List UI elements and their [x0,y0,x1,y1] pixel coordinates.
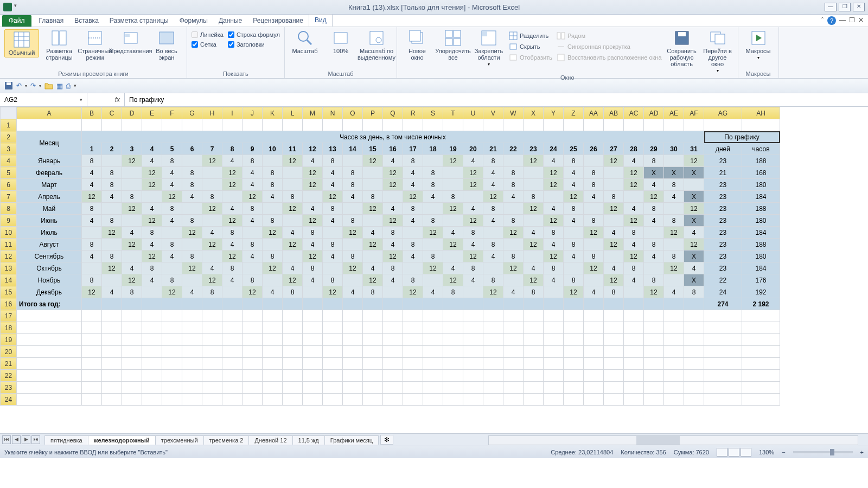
cell[interactable]: 8 [423,167,443,179]
cell[interactable]: 12 [242,191,263,203]
cell[interactable] [383,334,403,346]
cell[interactable] [142,191,162,203]
cell[interactable]: 8 [463,262,483,274]
cell[interactable]: 12 [283,274,303,286]
tab-page-layout[interactable]: Разметка страницы [104,15,174,27]
col-header[interactable]: M [303,107,323,119]
sheet-tab[interactable]: Дневной 12 [248,435,292,445]
cell[interactable] [604,358,624,370]
cell[interactable] [222,322,242,334]
cell[interactable] [664,382,684,394]
header-day[interactable]: 23 [524,143,544,155]
cell[interactable] [162,394,182,406]
cell[interactable] [82,370,102,382]
cell[interactable] [443,215,463,227]
cell[interactable]: 8 [142,227,162,239]
sheet-tab[interactable]: Графики месяц [324,435,379,445]
header-day[interactable]: 22 [503,143,524,155]
cell[interactable]: 8 [343,167,363,179]
tab-file[interactable]: Файл [2,15,31,27]
cell[interactable]: 4 [624,274,644,286]
cell[interactable] [664,119,684,131]
cell[interactable] [323,334,343,346]
cell[interactable]: 8 [644,274,664,286]
cell[interactable] [664,274,684,286]
chk-formula-bar[interactable]: Строка формул [228,31,280,38]
cell[interactable] [624,322,644,334]
cell[interactable] [283,370,303,382]
cell[interactable]: 12 [383,167,403,179]
cell[interactable]: 12 [544,251,564,262]
cell[interactable]: 4 [82,167,102,179]
zoom-out-icon[interactable]: − [782,449,785,455]
cell[interactable]: 4 [503,286,524,298]
cell[interactable] [102,394,122,406]
cell[interactable]: 8 [624,227,644,239]
header-day[interactable]: 17 [403,143,423,155]
cell[interactable]: 4 [122,227,142,239]
cell[interactable] [684,346,704,358]
cell[interactable] [483,358,503,370]
restore-button[interactable]: ❐ [839,3,851,11]
cell[interactable] [263,203,283,215]
cell[interactable] [403,227,423,239]
cell[interactable] [82,382,102,394]
cell[interactable] [624,310,644,322]
cell[interactable] [742,334,780,346]
sync-scroll-button[interactable]: Синхронная прокрутка [557,42,662,51]
cell[interactable]: 4 [483,167,503,179]
cell[interactable]: 12 [624,167,644,179]
cell[interactable]: 8 [584,179,604,191]
cell[interactable] [102,358,122,370]
cell[interactable] [664,203,684,215]
view-page-layout-button[interactable]: Разметка страницы [43,29,75,61]
zoom-slider[interactable] [793,451,853,453]
cell[interactable]: 8 [403,274,423,286]
cell[interactable] [202,215,222,227]
cell[interactable] [584,203,604,215]
cell[interactable] [222,286,242,298]
header-day[interactable]: 4 [142,143,162,155]
cell[interactable]: 4 [82,251,102,262]
cell[interactable]: 8 [423,179,443,191]
cell[interactable] [664,310,684,322]
cell[interactable] [142,346,162,358]
qat-more-icon[interactable]: ▾ [74,83,76,88]
cell[interactable] [202,119,222,131]
cell[interactable] [222,346,242,358]
cell[interactable] [82,394,102,406]
tab-view[interactable]: Вид [309,14,333,27]
col-header[interactable]: Y [544,107,564,119]
col-header[interactable]: W [503,107,524,119]
cell[interactable] [684,179,704,191]
cell[interactable] [263,370,283,382]
cell[interactable] [162,262,182,274]
col-header[interactable]: L [283,107,303,119]
cell[interactable] [704,322,742,334]
cell[interactable]: 4 [483,215,503,227]
cell[interactable]: 12 [122,239,142,251]
qat-btn-1[interactable]: ▦ [56,82,63,90]
cell[interactable] [684,334,704,346]
cell[interactable] [122,382,142,394]
cell[interactable]: 4 [142,239,162,251]
cell[interactable]: 12 [242,286,263,298]
cell[interactable]: 4 [644,215,664,227]
cell[interactable] [483,346,503,358]
cell[interactable] [323,358,343,370]
cell[interactable] [242,358,263,370]
cell[interactable] [443,119,463,131]
cell[interactable] [202,370,222,382]
cell[interactable]: 8 [443,191,463,203]
cell[interactable] [363,334,383,346]
cell[interactable] [624,382,644,394]
chk-gridlines[interactable]: Сетка [192,41,224,48]
month-days[interactable]: 21 [704,167,742,179]
month-name[interactable]: Август [17,239,82,251]
cell[interactable] [343,358,363,370]
cell[interactable] [604,382,624,394]
cell[interactable] [564,358,584,370]
cell[interactable]: 12 [142,251,162,262]
cell[interactable] [524,322,544,334]
open-icon[interactable] [44,81,53,90]
